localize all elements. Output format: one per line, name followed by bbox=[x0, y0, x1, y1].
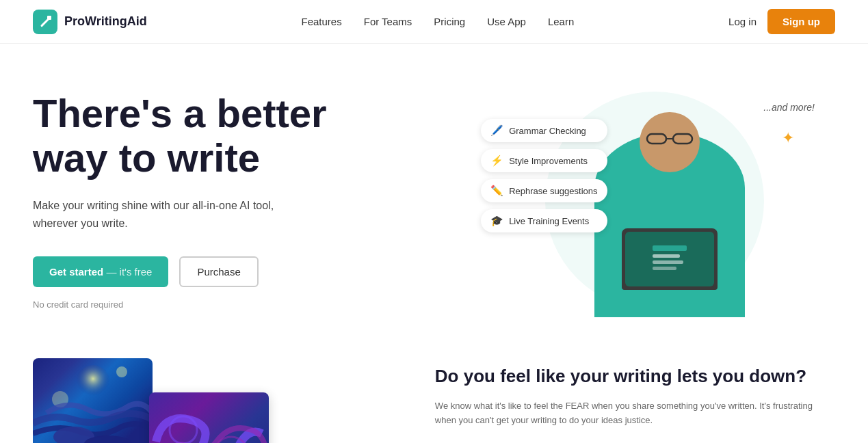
hero-section: There's a better way to write Make your … bbox=[0, 44, 868, 345]
main-nav: ProWritingAid Features For Teams Pricing… bbox=[0, 0, 868, 44]
edit-icon: ✏️ bbox=[490, 185, 503, 197]
artwork-area: My idea in my head bbox=[33, 358, 394, 443]
laptop bbox=[622, 228, 718, 290]
chip-style: ⚡ Style Improvements bbox=[481, 149, 607, 172]
nav-for-teams[interactable]: For Teams bbox=[364, 16, 412, 27]
logo-icon bbox=[33, 10, 57, 34]
artwork-container: My idea in my head bbox=[33, 358, 265, 443]
svg-point-11 bbox=[116, 366, 127, 377]
svg-rect-6 bbox=[653, 254, 680, 258]
hero-content: There's a better way to write Make your … bbox=[33, 85, 474, 310]
hero-illustration: ...and more! ✦ 🖊️ Grammar Checking ⚡ Sty… bbox=[474, 85, 835, 317]
chip-training: 🎓 Live Training Events bbox=[481, 209, 607, 232]
signup-button[interactable]: Sign up bbox=[767, 9, 835, 34]
more-label: ...and more! bbox=[763, 102, 815, 113]
second-text: We know what it's like to feel the FEAR … bbox=[435, 399, 835, 428]
svg-rect-8 bbox=[653, 267, 676, 270]
chip-rephrase: ✏️ Rephrase suggestions bbox=[481, 179, 607, 202]
svg-rect-1 bbox=[47, 16, 51, 20]
hero-subtitle: Make your writing shine with our all-in-… bbox=[33, 197, 320, 232]
artwork-back bbox=[33, 358, 153, 443]
svg-rect-5 bbox=[653, 245, 687, 251]
second-title: Do you feel like your writing lets you d… bbox=[435, 365, 835, 388]
logo-link[interactable]: ProWritingAid bbox=[33, 10, 147, 34]
pencil-icon: 🖊️ bbox=[490, 124, 503, 137]
lightning-icon: ⚡ bbox=[490, 155, 503, 167]
nav-pricing[interactable]: Pricing bbox=[434, 16, 465, 27]
svg-rect-3 bbox=[673, 134, 692, 144]
login-link[interactable]: Log in bbox=[728, 16, 757, 27]
no-credit-text: No credit card required bbox=[33, 299, 474, 310]
sparkle-icon: ✦ bbox=[782, 129, 794, 147]
nav-features[interactable]: Features bbox=[302, 16, 342, 27]
nav-links: Features For Teams Pricing Use App Learn bbox=[302, 16, 575, 28]
nav-use-app[interactable]: Use App bbox=[487, 16, 526, 27]
hero-title: There's a better way to write bbox=[33, 92, 474, 180]
svg-rect-7 bbox=[653, 260, 683, 264]
feature-chips: 🖊️ Grammar Checking ⚡ Style Improvements… bbox=[481, 119, 607, 232]
hero-buttons: Get started — it's free Purchase bbox=[33, 256, 474, 287]
swirly-art-image bbox=[149, 392, 269, 443]
chip-grammar: 🖊️ Grammar Checking bbox=[481, 119, 607, 142]
second-section: My idea in my head Do you feel like your… bbox=[0, 345, 868, 443]
second-content: Do you feel like your writing lets you d… bbox=[435, 358, 835, 427]
starry-night-image bbox=[33, 358, 153, 443]
get-started-button[interactable]: Get started — it's free bbox=[33, 256, 168, 287]
purchase-button[interactable]: Purchase bbox=[179, 256, 258, 287]
nav-actions: Log in Sign up bbox=[728, 9, 835, 34]
svg-rect-2 bbox=[647, 134, 666, 144]
glasses bbox=[646, 133, 694, 145]
nav-learn[interactable]: Learn bbox=[548, 16, 574, 27]
training-icon: 🎓 bbox=[490, 215, 503, 227]
logo-text: ProWritingAid bbox=[64, 14, 147, 29]
svg-point-9 bbox=[76, 365, 110, 399]
artwork-front bbox=[149, 392, 269, 443]
